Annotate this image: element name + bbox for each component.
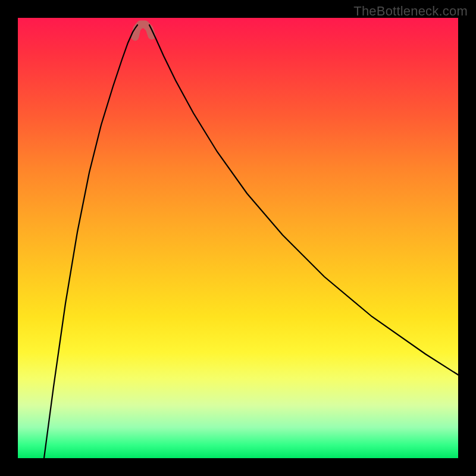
curve-svg xyxy=(18,18,458,458)
left-curve xyxy=(44,25,137,458)
plot-area xyxy=(18,18,458,458)
watermark-text: TheBottleneck.com xyxy=(353,4,468,19)
right-curve xyxy=(149,25,458,375)
highlight-dip xyxy=(135,24,152,37)
